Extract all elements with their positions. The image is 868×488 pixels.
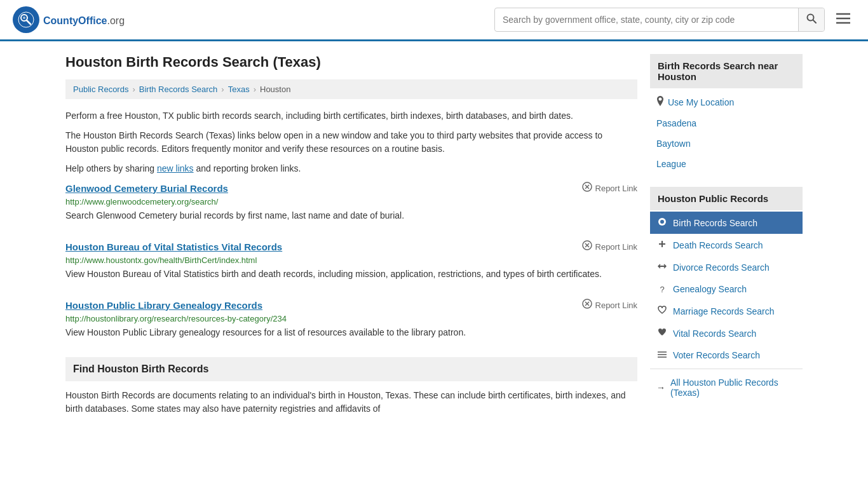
record-desc-1: View Houston Bureau of Vital Statistics … — [65, 268, 637, 281]
report-link-2[interactable]: Report Link — [582, 299, 637, 311]
menu-button[interactable] — [831, 9, 855, 30]
report-label-2: Report Link — [595, 301, 637, 310]
new-links-link[interactable]: new links — [157, 163, 194, 173]
all-houston-records-link[interactable]: All Houston Public Records (Texas) — [670, 377, 796, 398]
record-entry: Glenwood Cemetery Burial Records Report … — [65, 182, 637, 225]
page-title: Houston Birth Records Search (Texas) — [65, 54, 637, 71]
logo-area[interactable]: CountyOffice.org — [13, 6, 125, 33]
search-bar — [494, 8, 825, 32]
record-url-1[interactable]: http://www.houstontx.gov/health/BirthCer… — [65, 255, 637, 265]
sidebar-record-item-4[interactable]: Marriage Records Search — [650, 300, 803, 322]
breadcrumb-birth-records[interactable]: Birth Records Search — [139, 85, 218, 94]
description-3: Help others by sharing new links and rep… — [65, 162, 637, 175]
svg-line-5 — [813, 20, 817, 24]
record-url-0[interactable]: http://www.glenwoodcemetery.org/search/ — [65, 197, 637, 207]
location-pin-icon — [656, 96, 664, 108]
use-my-location[interactable]: Use My Location — [650, 91, 803, 113]
sidebar-record-link-5[interactable]: Vital Records Search — [673, 329, 756, 339]
main-container: Houston Birth Records Search (Texas) Pub… — [53, 41, 815, 429]
sidebar-records-header: Houston Public Records — [650, 187, 803, 210]
nearby-link-anchor-2[interactable]: League — [656, 159, 686, 169]
search-input[interactable] — [495, 10, 798, 30]
sidebar-record-link-0[interactable]: Birth Records Search — [673, 218, 757, 228]
report-link-1[interactable]: Report Link — [582, 240, 637, 253]
sidebar-record-link-2[interactable]: Divorce Records Search — [673, 262, 770, 273]
record-title-2[interactable]: Houston Public Library Genealogy Records — [65, 300, 262, 311]
record-desc-0: Search Glenwood Cemetery burial records … — [65, 209, 637, 222]
sidebar-record-item-5[interactable]: Vital Records Search — [650, 322, 803, 344]
breadcrumb-public-records[interactable]: Public Records — [73, 85, 128, 94]
sidebar-record-item-1[interactable]: Death Records Search — [650, 234, 803, 256]
description-2: The Houston Birth Records Search (Texas)… — [65, 129, 637, 156]
report-icon-0 — [582, 182, 592, 194]
record-url-2[interactable]: http://houstonlibrary.org/research/resou… — [65, 314, 637, 323]
record-desc-2: View Houston Public Library genealogy re… — [65, 326, 637, 339]
use-my-location-link[interactable]: Use My Location — [668, 97, 734, 107]
sidebar-record-icon-4 — [656, 306, 668, 316]
nearby-link-1[interactable]: Baytown — [650, 133, 803, 154]
nearby-link-2[interactable]: League — [650, 154, 803, 174]
logo-text: CountyOffice.org — [43, 13, 125, 27]
breadcrumb: Public Records › Birth Records Search › … — [65, 79, 637, 99]
sidebar-record-item-3[interactable]: ? Genealogy Search — [650, 278, 803, 300]
main-content: Houston Birth Records Search (Texas) Pub… — [65, 54, 637, 416]
report-link-0[interactable]: Report Link — [582, 182, 637, 194]
sidebar: Birth Records Search near Houston Use My… — [650, 54, 803, 416]
record-header-1: Houston Bureau of Vital Statistics Vital… — [65, 240, 637, 253]
sidebar-record-item-6[interactable]: Voter Records Search — [650, 344, 803, 366]
search-button[interactable] — [798, 8, 824, 31]
record-entry: Houston Bureau of Vital Statistics Vital… — [65, 240, 637, 283]
svg-point-3 — [23, 17, 25, 19]
breadcrumb-houston: Houston — [260, 85, 290, 94]
record-header-2: Houston Public Library Genealogy Records… — [65, 299, 637, 311]
sidebar-record-icon-0 — [656, 217, 668, 228]
record-title-1[interactable]: Houston Bureau of Vital Statistics Vital… — [65, 241, 282, 252]
sidebar-record-link-1[interactable]: Death Records Search — [673, 240, 763, 250]
report-icon-2 — [582, 299, 592, 311]
description-1: Perform a free Houston, TX public birth … — [65, 109, 637, 123]
sidebar-record-link-6[interactable]: Voter Records Search — [673, 350, 760, 360]
record-title-0[interactable]: Glenwood Cemetery Burial Records — [65, 183, 228, 194]
sidebar-record-item-2[interactable]: Divorce Records Search — [650, 256, 803, 278]
sidebar-nearby-header: Birth Records Search near Houston — [650, 54, 803, 88]
report-label-0: Report Link — [595, 184, 637, 193]
site-header: CountyOffice.org — [0, 0, 868, 41]
sidebar-nearby-section: Birth Records Search near Houston Use My… — [650, 54, 803, 174]
report-label-1: Report Link — [595, 242, 637, 252]
find-records-description: Houston Birth Records are documents rela… — [65, 389, 637, 416]
sidebar-record-icon-5 — [656, 328, 668, 339]
sidebar-record-icon-2 — [656, 262, 668, 273]
record-entry: Houston Public Library Genealogy Records… — [65, 299, 637, 342]
all-records-link[interactable]: → All Houston Public Records (Texas) — [650, 372, 803, 403]
arrow-right-icon: → — [656, 383, 665, 393]
record-list: Glenwood Cemetery Burial Records Report … — [65, 182, 637, 342]
record-header-0: Glenwood Cemetery Burial Records Report … — [65, 182, 637, 194]
sidebar-record-icon-6 — [656, 350, 668, 360]
nearby-links: PasadenaBaytownLeague — [650, 113, 803, 174]
nearby-link-anchor-0[interactable]: Pasadena — [656, 118, 696, 128]
sidebar-record-items: Birth Records Search Death Records Searc… — [650, 212, 803, 366]
breadcrumb-texas[interactable]: Texas — [228, 85, 250, 94]
sidebar-record-link-3[interactable]: Genealogy Search — [673, 284, 747, 294]
sidebar-record-item-0[interactable]: Birth Records Search — [650, 212, 803, 234]
sidebar-record-icon-1 — [656, 240, 668, 250]
logo-icon — [13, 6, 39, 33]
sidebar-record-link-4[interactable]: Marriage Records Search — [673, 306, 775, 316]
header-right — [494, 8, 855, 32]
report-icon-1 — [582, 240, 592, 253]
nearby-link-anchor-1[interactable]: Baytown — [656, 139, 691, 149]
sidebar-record-icon-3: ? — [656, 284, 668, 294]
find-section-header: Find Houston Birth Records — [65, 357, 637, 381]
sidebar-records-section: Houston Public Records Birth Records Sea… — [650, 187, 803, 403]
nearby-link-0[interactable]: Pasadena — [650, 113, 803, 133]
svg-point-19 — [660, 220, 664, 224]
